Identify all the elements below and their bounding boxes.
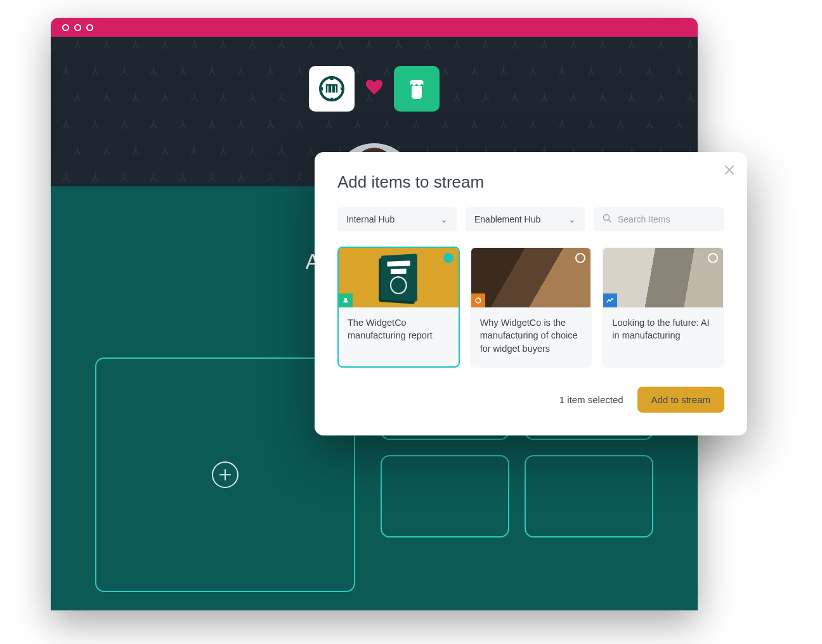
item-card[interactable]: Why WidgetCo is the manufacturing of cho… (470, 247, 592, 368)
heart-icon (366, 80, 382, 98)
dropdown-label: Internal Hub (346, 214, 395, 224)
modal-title: Add items to stream (337, 172, 724, 192)
item-title: Why WidgetCo is the manufacturing of cho… (471, 307, 591, 366)
empty-slot[interactable] (381, 455, 509, 538)
partner-logo (394, 66, 440, 112)
add-to-stream-button[interactable]: Add to stream (637, 387, 724, 413)
item-card[interactable]: The WidgetCo manufacturing report (337, 247, 460, 368)
hub-dropdown-1[interactable]: Internal Hub ⌄ (337, 207, 457, 231)
svg-point-1 (604, 215, 610, 221)
add-items-modal: Add items to stream Internal Hub ⌄ Enabl… (315, 152, 747, 435)
hub-dropdown-2[interactable]: Enablement Hub ⌄ (466, 207, 585, 231)
item-thumbnail (471, 248, 591, 307)
search-items-field[interactable] (594, 207, 724, 231)
modal-footer: 1 item selected Add to stream (337, 387, 724, 413)
selection-indicator (575, 253, 585, 263)
chevron-down-icon: ⌄ (440, 214, 448, 224)
dropdown-label: Enablement Hub (474, 214, 540, 224)
search-input[interactable] (618, 214, 715, 224)
source-badge-icon (471, 293, 485, 307)
selection-indicator (708, 253, 718, 263)
window-control-dot[interactable] (86, 24, 93, 31)
modal-controls: Internal Hub ⌄ Enablement Hub ⌄ (337, 207, 724, 231)
company-logo (309, 66, 355, 112)
source-badge-icon (603, 293, 617, 307)
item-row: The WidgetCo manufacturing report Why Wi… (337, 247, 724, 368)
chevron-down-icon: ⌄ (568, 214, 576, 224)
search-icon (603, 214, 611, 225)
item-thumbnail (339, 248, 459, 307)
selection-indicator (443, 253, 453, 263)
plus-icon (212, 461, 238, 488)
logo-pair (309, 66, 440, 112)
item-thumbnail (603, 248, 723, 307)
item-title: Looking to the future: AI in manufacturi… (603, 307, 723, 354)
item-card[interactable]: Looking to the future: AI in manufacturi… (602, 247, 724, 368)
selected-count: 1 item selected (559, 394, 623, 405)
svg-point-0 (320, 77, 343, 100)
window-control-dot[interactable] (62, 24, 69, 31)
source-badge-icon (339, 293, 353, 307)
close-icon[interactable] (724, 164, 734, 178)
empty-slot[interactable] (525, 455, 653, 538)
window-control-dot[interactable] (74, 24, 81, 31)
window-titlebar (51, 18, 698, 37)
item-title: The WidgetCo manufacturing report (339, 307, 459, 354)
